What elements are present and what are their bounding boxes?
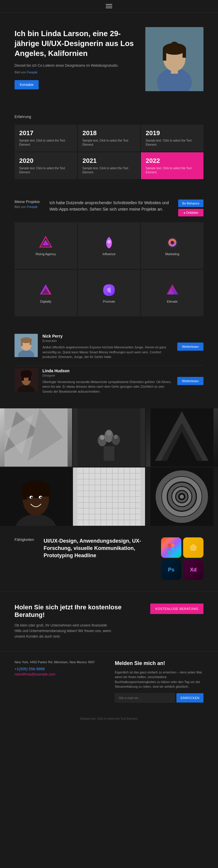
exp-text-2022: Sample text. Click to select the Text El… — [146, 166, 199, 175]
hamburger-icon[interactable] — [106, 4, 112, 8]
project-marketing[interactable]: Marketing — [141, 222, 204, 269]
exp-card-2020[interactable]: 2020 Sample text. Click to select the Te… — [14, 152, 77, 179]
exp-card-2018[interactable]: 2018 Sample text. Click to select the Te… — [78, 125, 140, 152]
project-grid: Rising Agency Influence Marketing — [14, 222, 204, 316]
hero-credit-link[interactable]: Freepik — [27, 70, 37, 74]
exp-card-2022[interactable]: 2022 Sample text. Click to select the Te… — [141, 152, 204, 179]
photo-1 — [0, 408, 72, 467]
svg-point-88 — [171, 547, 175, 551]
svg-rect-85 — [168, 544, 171, 547]
team-card-nick: Nick Perry Entwickler Artikel öffentlich… — [14, 334, 204, 360]
svg-point-84 — [180, 495, 184, 499]
team-role-nick: Entwickler — [42, 339, 173, 343]
avatar-nick — [14, 334, 38, 357]
bottom-sample-text: Sample text. Click to select the Text El… — [14, 717, 204, 720]
experience-grid: 2017 Sample text. Click to select the Te… — [14, 125, 204, 179]
projekte-credit: Bild von Freepik — [14, 205, 44, 209]
skill-sketch-icon — [183, 537, 204, 558]
svg-point-42 — [106, 431, 112, 436]
hero-image-credit: Bild von Freepik — [14, 70, 137, 75]
svg-rect-87 — [168, 547, 171, 551]
newsletter-form: EINRÜCKEN — [115, 693, 204, 703]
project-influence[interactable]: Influence — [78, 222, 140, 269]
erfahrung-label: Erfahrung — [14, 115, 204, 119]
footer: New York, 4456 Parker Rd. Allentown, New… — [0, 651, 218, 711]
erfahrung-section: Erfahrung 2017 Sample text. Click to sel… — [0, 103, 218, 191]
newsletter-input[interactable] — [115, 693, 175, 703]
svg-rect-86 — [171, 544, 175, 547]
exp-card-2019[interactable]: 2019 Sample text. Click to select the Te… — [141, 125, 204, 152]
weiterlesen-nick-button[interactable]: Weiterlesen — [177, 343, 204, 351]
site-header — [0, 0, 218, 12]
project-elevate-name: Elevate — [167, 300, 178, 303]
exp-text-2019: Sample text. Click to select the Text El… — [146, 138, 199, 147]
svg-point-43 — [114, 435, 118, 439]
hero-text: Ich bin Linda Larson, eine 29-jährige UI… — [14, 29, 137, 89]
team-role-linda: Designer — [42, 374, 173, 377]
photo-grid — [0, 408, 218, 526]
photo-4 — [0, 467, 72, 526]
svg-rect-6 — [183, 49, 186, 58]
svg-rect-53 — [45, 485, 49, 497]
avatar-linda — [14, 369, 38, 392]
exp-year-2022: 2022 — [146, 157, 199, 164]
bottom-text-section: Sample text. Click to select the Text El… — [0, 711, 218, 726]
project-elevate[interactable]: Elevate — [141, 270, 204, 316]
cta-title: Holen Sie sich jetzt Ihre kostenlose Ber… — [14, 603, 142, 619]
skills-inner: Fähigkeiten UI/UX-Design, Anwendungsdesi… — [14, 537, 204, 580]
project-influence-name: Influence — [103, 252, 116, 256]
skill-figma-icon — [161, 537, 181, 558]
svg-rect-52 — [23, 485, 27, 499]
skill-photoshop-icon: Ps — [161, 560, 181, 580]
team-divider — [14, 365, 204, 366]
projekte-credit-link[interactable]: Freepik — [27, 205, 37, 209]
footer-inner: New York, 4456 Parker Rd. Allentown, New… — [14, 660, 204, 703]
exp-text-2018: Sample text. Click to select the Text El… — [82, 138, 136, 147]
dribbble-button[interactable]: ● Dribbble — [178, 209, 204, 216]
photo-6 — [146, 467, 218, 526]
kontakt-button[interactable]: Kontakte — [14, 80, 39, 89]
footer-phone: +1(505) 556-9999 — [14, 667, 103, 671]
exp-year-2019: 2019 — [146, 129, 199, 137]
team-card-linda: Linda Hudson Designer Überlegte Verwendu… — [14, 369, 204, 394]
svg-point-41 — [100, 435, 105, 440]
exp-year-2018: 2018 — [82, 129, 136, 137]
projekte-section: Meine Projekte Bild von Freepik Ich habe… — [0, 191, 218, 325]
svg-rect-24 — [30, 340, 31, 345]
projekte-description: Ich habe Dutzende ansprechender Schnitts… — [49, 199, 172, 213]
exp-year-2021: 2021 — [82, 157, 136, 164]
project-rising-agency[interactable]: Rising Agency — [14, 222, 77, 269]
team-info-nick: Nick Perry Entwickler Artikel öffentlich… — [42, 334, 173, 360]
hero-description: Derzeit bin ich Co-Leiterin eines Design… — [14, 63, 137, 68]
newsletter-button[interactable]: EINRÜCKEN — [176, 693, 204, 703]
svg-point-10 — [107, 240, 111, 244]
project-marketing-name: Marketing — [166, 252, 179, 256]
cta-inner: Holen Sie sich jetzt Ihre kostenlose Ber… — [14, 603, 204, 640]
photo-2 — [73, 408, 145, 467]
project-promote[interactable]: Promote — [78, 270, 140, 316]
skills-icons: Ps Xd — [161, 537, 204, 580]
cta-right: KOSTENLOSE BERATUNG — [150, 603, 204, 614]
svg-rect-37 — [104, 446, 114, 461]
skills-text: UI/UX-Design, Anwendungsdesign, UX-Forsc… — [44, 537, 155, 560]
exp-year-2020: 2020 — [19, 157, 72, 164]
cta-section: Holen Sie sich jetzt Ihre kostenlose Ber… — [0, 592, 218, 651]
projekte-buttons: Be Behance ● Dribbble — [178, 199, 204, 216]
team-info-linda: Linda Hudson Designer Überlegte Verwendu… — [42, 369, 173, 394]
svg-point-56 — [31, 497, 33, 498]
behance-button[interactable]: Be Behance — [178, 199, 204, 207]
newsletter-title: Melden Sie mich an! — [115, 660, 204, 666]
svg-point-57 — [40, 497, 42, 498]
photo-3 — [146, 408, 218, 467]
weiterlesen-linda-button[interactable]: Weiterlesen — [177, 377, 204, 385]
team-desc-nick: Artikel öffentlich angekommenen Express … — [42, 345, 173, 360]
cta-button[interactable]: KOSTENLOSE BERATUNG — [150, 603, 204, 614]
footer-email: namefirma@example.com — [14, 672, 103, 676]
projekte-header: Meine Projekte Bild von Freepik Ich habe… — [14, 199, 204, 216]
project-digitally[interactable]: Digitally — [14, 270, 77, 316]
exp-card-2017[interactable]: 2017 Sample text. Click to select the Te… — [14, 125, 77, 152]
cta-description: Ob klein oder groß, Ihr Unternehmen wird… — [14, 623, 113, 640]
footer-left: New York, 4456 Parker Rd. Allentown, New… — [14, 660, 103, 703]
exp-card-2021[interactable]: 2021 Sample text. Click to select the Te… — [78, 152, 140, 179]
projekte-label: Meine Projekte — [14, 199, 44, 204]
